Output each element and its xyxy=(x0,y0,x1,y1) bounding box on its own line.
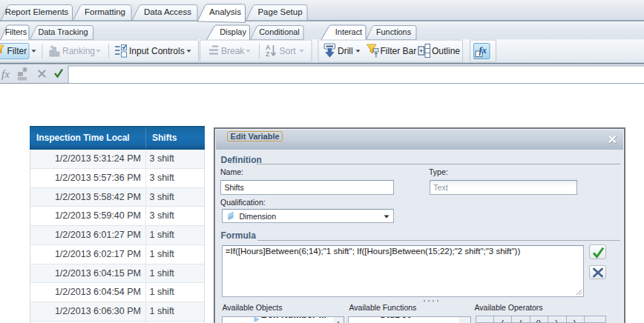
svg-text:Z: Z xyxy=(266,50,270,58)
svg-text:Drill: Drill xyxy=(338,46,353,56)
svg-text:Interact: Interact xyxy=(335,27,362,36)
svg-text:Ranking: Ranking xyxy=(62,46,95,56)
svg-text:Data Access: Data Access xyxy=(144,7,191,16)
svg-text:Report Elements: Report Elements xyxy=(5,7,69,16)
svg-text:Filter: Filter xyxy=(7,46,27,56)
svg-text:Data Tracking: Data Tracking xyxy=(38,27,88,36)
svg-text:Outline: Outline xyxy=(432,46,460,56)
svg-text:Functions: Functions xyxy=(376,27,412,36)
svg-text:Page Setup: Page Setup xyxy=(257,7,302,16)
svg-text:fx: fx xyxy=(1,68,10,80)
svg-text:Formatting: Formatting xyxy=(85,7,125,16)
svg-text:Break: Break xyxy=(221,46,245,56)
svg-text:Display: Display xyxy=(220,27,246,36)
svg-text:Sort: Sort xyxy=(280,46,297,56)
svg-text:Filter Bar: Filter Bar xyxy=(381,46,417,56)
svg-text:fx: fx xyxy=(479,45,487,56)
svg-text:Input Controls: Input Controls xyxy=(129,46,185,56)
svg-text:Conditional: Conditional xyxy=(259,27,300,36)
svg-text:Filters: Filters xyxy=(5,27,27,36)
svg-text:Analysis: Analysis xyxy=(209,7,241,16)
